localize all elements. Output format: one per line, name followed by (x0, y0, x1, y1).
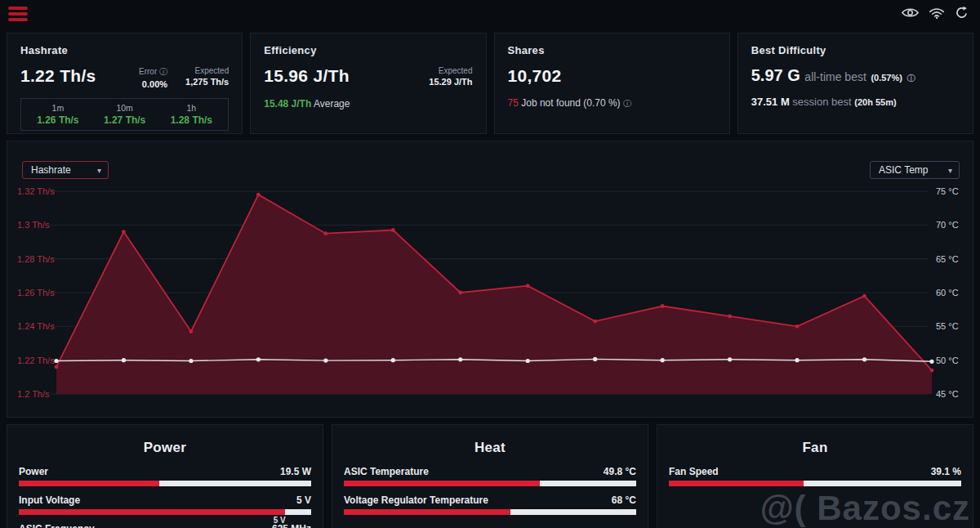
right-axis-tick: 75 °C (936, 186, 959, 196)
asic-temp-point (189, 359, 193, 363)
menu-hamburger-icon[interactable] (8, 7, 28, 21)
asic-temp-point (728, 357, 732, 361)
best-difficulty-title: Best Difficulty (751, 44, 960, 56)
hashrate-point (122, 230, 126, 234)
meter-row: ASIC Frequency625 MHz (19, 523, 311, 528)
asic-temp-point (795, 358, 799, 362)
asic-temp-point (661, 358, 665, 362)
asic-temp-point (54, 359, 58, 363)
rejected-count: 75 (508, 97, 519, 109)
avg-1h: 1h 1.28 Th/s (158, 103, 225, 126)
left-axis-tick: 1.28 Th/s (17, 254, 55, 264)
asic-temp-point (862, 357, 866, 361)
meter-value: 49.8 °C (604, 466, 636, 477)
efficiency-average-line: 15.48 J/Th Average (264, 98, 472, 110)
expected-label: Expected (185, 66, 229, 75)
shares-rejected-line: 75 Job not found (0.70 %) ⓘ (508, 97, 716, 110)
right-axis-tick: 45 °C (936, 389, 959, 399)
meter-label: ASIC Frequency (19, 523, 95, 528)
meter-label: ASIC Temperature (344, 466, 429, 477)
left-axis-tick: 1.32 Th/s (17, 186, 55, 196)
asic-temp-point (256, 357, 261, 361)
asic-temp-point (458, 357, 462, 361)
shares-value: 10,702 (508, 66, 562, 86)
meter-value: 39.1 % (931, 466, 961, 477)
efficiency-value: 15.96 J/Th (264, 66, 350, 86)
meter-label: Fan Speed (669, 466, 719, 477)
left-axis-tick: 1.2 Th/s (17, 389, 50, 399)
asic-temp-point (323, 359, 327, 363)
right-axis-tick: 60 °C (936, 288, 959, 298)
asic-temp-point (593, 357, 597, 361)
hashrate-point (55, 365, 59, 369)
meter-row: Power19.5 W (19, 466, 311, 486)
asic-temp-point (122, 358, 126, 362)
top-icons (902, 6, 969, 20)
stats-row: Hashrate 1.22 Th/s Error ⓘ 0.00% Expecte… (7, 33, 973, 134)
eye-icon[interactable] (902, 7, 919, 19)
hashrate-point (593, 320, 597, 324)
fan-panel: Fan Fan Speed39.1 % (657, 424, 973, 528)
info-icon[interactable]: ⓘ (623, 99, 631, 108)
efficiency-card: Efficiency 15.96 J/Th Expected 15.29 J/T… (250, 33, 486, 134)
left-series-select[interactable]: Hashrate ▾ (22, 161, 109, 179)
right-axis-tick: 65 °C (936, 254, 959, 264)
hashrate-point (526, 284, 530, 288)
hashrate-point (189, 329, 194, 333)
hashrate-area (56, 195, 932, 394)
hashrate-averages-box: 1m 1.26 Th/s 10m 1.27 Th/s 1h 1.28 Th/s (20, 98, 229, 131)
hashrate-point (391, 228, 395, 232)
hashrate-point (256, 193, 261, 197)
asic-temp-point (526, 359, 530, 363)
shares-card: Shares 10,702 75 Job not found (0.70 %) … (494, 33, 730, 134)
meter-label: Input Voltage (19, 494, 80, 506)
info-icon[interactable]: ⓘ (906, 74, 915, 83)
shares-title: Shares (508, 44, 716, 56)
chart-card: 1.32 Th/s75 °C1.3 Th/s70 °C1.28 Th/s65 °… (7, 141, 973, 418)
left-axis-tick: 1.24 Th/s (17, 321, 55, 331)
efficiency-title: Efficiency (264, 44, 472, 56)
info-icon[interactable]: ⓘ (159, 67, 167, 76)
error-value: 0.00% (139, 79, 167, 89)
chevron-down-icon: ▾ (97, 166, 101, 175)
panel-title: Power (19, 440, 311, 456)
alltime-best-line: 5.97 G all-time best (0.57%) ⓘ (751, 66, 960, 85)
power-panel: Power Power19.5 WInput Voltage5 V5 VASIC… (7, 424, 323, 528)
meter-bar (19, 481, 311, 486)
right-axis-tick: 55 °C (936, 321, 959, 331)
left-axis-tick: 1.3 Th/s (17, 220, 50, 230)
meter-bar (344, 509, 636, 515)
meter-value: 625 MHz (272, 523, 311, 528)
expected-value: 1,275 Th/s (185, 77, 229, 87)
asic-temp-point (391, 358, 395, 362)
asic-temp-point (929, 360, 933, 364)
meter-label: Power (19, 466, 48, 477)
right-axis-tick: 50 °C (936, 356, 959, 365)
meter-row: ASIC Temperature49.8 °C (344, 466, 636, 486)
panels-row: Power Power19.5 WInput Voltage5 V5 VASIC… (7, 424, 973, 528)
hashrate-title: Hashrate (20, 44, 229, 56)
best-difficulty-card: Best Difficulty 5.97 G all-time best (0.… (737, 33, 973, 134)
meter-value: 19.5 W (280, 466, 311, 477)
hashrate-point (661, 304, 665, 308)
hashrate-point (930, 369, 934, 373)
hashrate-point (728, 315, 732, 319)
panel-title: Heat (344, 440, 636, 456)
panel-title: Fan (669, 440, 961, 456)
wifi-icon[interactable] (929, 7, 945, 20)
meter-label: Voltage Regulator Temperature (344, 494, 488, 506)
meter-value: 5 V (296, 494, 311, 506)
refresh-icon[interactable] (955, 6, 969, 20)
hashrate-point (862, 294, 866, 298)
left-axis-tick: 1.26 Th/s (17, 288, 55, 298)
hashrate-card: Hashrate 1.22 Th/s Error ⓘ 0.00% Expecte… (7, 33, 243, 134)
session-best-line: 37.51 M session best (20h 55m) (751, 96, 960, 108)
hashrate-point (795, 324, 800, 329)
right-series-select[interactable]: ASIC Temp ▾ (870, 161, 960, 179)
right-axis-tick: 70 °C (936, 220, 959, 230)
avg-1m: 1m 1.26 Th/s (24, 103, 91, 126)
error-label: Error ⓘ (139, 66, 167, 78)
meter-bar (19, 509, 311, 515)
hashrate-value: 1.22 Th/s (20, 66, 96, 86)
meter-row: Voltage Regulator Temperature68 °C (344, 494, 636, 515)
